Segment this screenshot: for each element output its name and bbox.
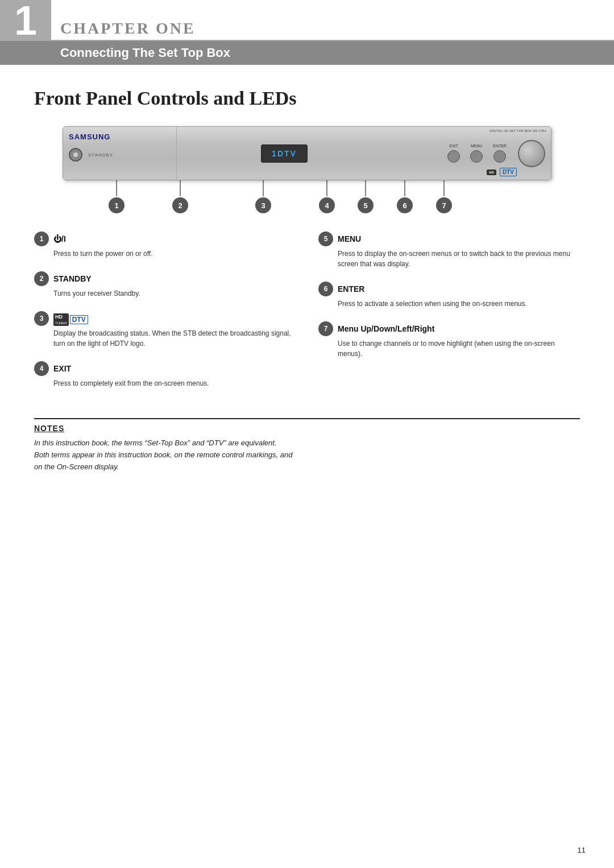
section-title: Front Panel Controls and LEDs (34, 88, 580, 109)
desc-item-6: 6 ENTER Press to activate a selection wh… (318, 282, 580, 309)
stb-right-section: EXIT MENU ENTER (392, 127, 551, 180)
notes-body: In this instruction book, the terms “Set… (34, 437, 580, 473)
desc-body-4: Press to completely exit from the on-scr… (34, 378, 296, 388)
bottom-logos: HD DTV (487, 168, 517, 176)
standby-label: STANDBY (88, 152, 113, 158)
power-button[interactable] (69, 148, 82, 162)
desc-item-5: 5 MENU Press to display the on-screen me… (318, 232, 580, 269)
desc-num-6: 6 (318, 282, 333, 296)
enter-btn-col: ENTER (493, 144, 507, 163)
description-area: 1 ⏻/I Press to turn the power on or off.… (34, 232, 580, 401)
dtv-logo: DTV (500, 168, 517, 176)
desc-title-7: Menu Up/Down/Left/Right (338, 324, 434, 333)
desc-num-5: 5 (318, 232, 333, 246)
exit-button[interactable] (447, 150, 460, 163)
desc-num-4: 4 (34, 361, 49, 376)
desc-item-7: 7 Menu Up/Down/Left/Right Use to change … (318, 321, 580, 359)
stb-left-section: SAMSUNG STANDBY (63, 127, 177, 180)
svg-text:7: 7 (442, 201, 446, 210)
desc-body-2: Turns your receiver Standby. (34, 288, 296, 299)
dtv-display: 1DTV (261, 144, 308, 163)
desc-body-7: Use to change channels or to move highli… (318, 338, 580, 359)
chapter-header: 1 CHAPTER ONE (0, 0, 614, 41)
desc-item-4: 4 EXIT Press to completely exit from the… (34, 361, 296, 388)
menu-btn-col: MENU (470, 144, 483, 163)
chapter-subtitle: Connecting The Set Top Box (60, 46, 230, 60)
model-label: DIGITAL HD SET TOP BOX SR-T451 (489, 129, 546, 133)
desc-title-5: MENU (338, 234, 361, 243)
hdtv-logo-inline: HDTUNER DTV (53, 313, 88, 326)
button-group: EXIT MENU ENTER (447, 144, 507, 163)
svg-text:5: 5 (363, 201, 367, 210)
desc-title-4: EXIT (53, 364, 71, 373)
enter-btn-label: ENTER (493, 144, 507, 148)
desc-body-1: Press to turn the power on or off. (34, 249, 296, 259)
desc-item-1: 1 ⏻/I Press to turn the power on or off. (34, 232, 296, 259)
device-diagram: SAMSUNG STANDBY 1DTV EXIT (63, 126, 551, 214)
stb-box: SAMSUNG STANDBY 1DTV EXIT (63, 126, 551, 180)
desc-body-3: Display the broadcasting status. When th… (34, 328, 296, 349)
desc-body-6: Press to activate a selection when using… (318, 299, 580, 309)
notes-section: NOTES In this instruction book, the term… (34, 418, 580, 473)
desc-num-7: 7 (318, 321, 333, 336)
chapter-subtitle-bar: Connecting The Set Top Box (0, 41, 614, 65)
chapter-number-block: 1 (0, 0, 51, 41)
desc-item-2: 2 STANDBY Turns your receiver Standby. (34, 271, 296, 299)
desc-title-3: HDTUNER DTV (53, 311, 88, 326)
page-number: 11 (578, 846, 586, 854)
nav-joystick[interactable] (518, 140, 545, 167)
desc-item-3: 3 HDTUNER DTV Display the broadcasting s… (34, 311, 296, 349)
hd-logo: HD (487, 170, 496, 175)
samsung-logo: SAMSUNG (69, 133, 110, 141)
desc-title-1: ⏻/I (53, 234, 66, 243)
desc-title-6: ENTER (338, 284, 364, 294)
menu-btn-label: MENU (471, 144, 483, 148)
chapter-label: CHAPTER ONE (60, 19, 614, 38)
desc-col-left: 1 ⏻/I Press to turn the power on or off.… (34, 232, 318, 401)
desc-num-3: 3 (34, 311, 49, 326)
desc-title-2: STANDBY (53, 274, 92, 283)
desc-num-2: 2 (34, 271, 49, 286)
exit-btn-label: EXIT (449, 144, 458, 148)
chapter-number: 1 (14, 0, 37, 41)
hd-badge: HDTUNER (53, 313, 69, 326)
svg-text:4: 4 (325, 201, 329, 210)
svg-text:2: 2 (178, 201, 182, 210)
desc-body-5: Press to display the on-screen menus or … (318, 249, 580, 269)
svg-text:6: 6 (403, 201, 406, 210)
stb-mid-section: 1DTV (177, 127, 392, 180)
svg-text:1: 1 (114, 201, 118, 210)
hdtv-text: DTV (70, 315, 88, 324)
svg-text:3: 3 (261, 201, 265, 210)
notes-title: NOTES (34, 424, 580, 433)
desc-col-right: 5 MENU Press to display the on-screen me… (318, 232, 580, 401)
callout-connectors: 1 2 3 4 5 6 7 (63, 180, 551, 214)
enter-button[interactable] (493, 150, 506, 163)
page-content: Front Panel Controls and LEDs SAMSUNG ST… (0, 65, 614, 495)
exit-btn-col: EXIT (447, 144, 460, 163)
desc-num-1: 1 (34, 232, 49, 246)
chapter-title-block: CHAPTER ONE (51, 0, 614, 41)
dtv-display-text: 1DTV (272, 149, 297, 158)
menu-button[interactable] (470, 150, 483, 163)
